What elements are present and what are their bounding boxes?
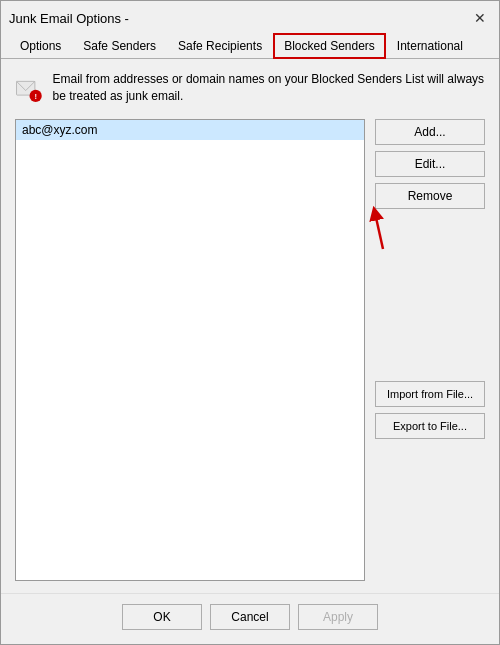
tab-blocked-senders[interactable]: Blocked Senders xyxy=(273,33,386,59)
svg-text:!: ! xyxy=(34,92,37,101)
tab-options[interactable]: Options xyxy=(9,33,72,59)
cancel-button[interactable]: Cancel xyxy=(210,604,290,630)
title-bar: Junk Email Options - ✕ xyxy=(1,1,499,33)
tab-content: ! Email from addresses or domain names o… xyxy=(1,59,499,593)
list-item[interactable]: abc@xyz.com xyxy=(16,120,364,140)
export-button[interactable]: Export to File... xyxy=(375,413,485,439)
blocked-senders-list[interactable]: abc@xyz.com xyxy=(15,119,365,581)
apply-button[interactable]: Apply xyxy=(298,604,378,630)
tab-bar: Options Safe Senders Safe Recipients Blo… xyxy=(1,33,499,59)
add-button[interactable]: Add... xyxy=(375,119,485,145)
dialog-title: Junk Email Options - xyxy=(9,11,129,26)
remove-button-wrapper: Remove xyxy=(375,183,485,209)
import-button[interactable]: Import from File... xyxy=(375,381,485,407)
tab-safe-senders[interactable]: Safe Senders xyxy=(72,33,167,59)
remove-button[interactable]: Remove xyxy=(375,183,485,209)
close-button[interactable]: ✕ xyxy=(469,7,491,29)
tab-international[interactable]: International xyxy=(386,33,474,59)
ok-button[interactable]: OK xyxy=(122,604,202,630)
info-description: Email from addresses or domain names on … xyxy=(53,71,485,105)
dialog-footer: OK Cancel Apply xyxy=(1,593,499,644)
main-area: abc@xyz.com Add... Edit... Remove xyxy=(15,119,485,581)
junk-email-icon: ! xyxy=(15,71,43,107)
edit-button[interactable]: Edit... xyxy=(375,151,485,177)
action-buttons-panel: Add... Edit... Remove xyxy=(375,119,485,581)
tab-safe-recipients[interactable]: Safe Recipients xyxy=(167,33,273,59)
junk-email-options-dialog: Junk Email Options - ✕ Options Safe Send… xyxy=(0,0,500,645)
info-section: ! Email from addresses or domain names o… xyxy=(15,71,485,107)
buttons-panel: Add... Edit... Remove xyxy=(375,119,485,439)
